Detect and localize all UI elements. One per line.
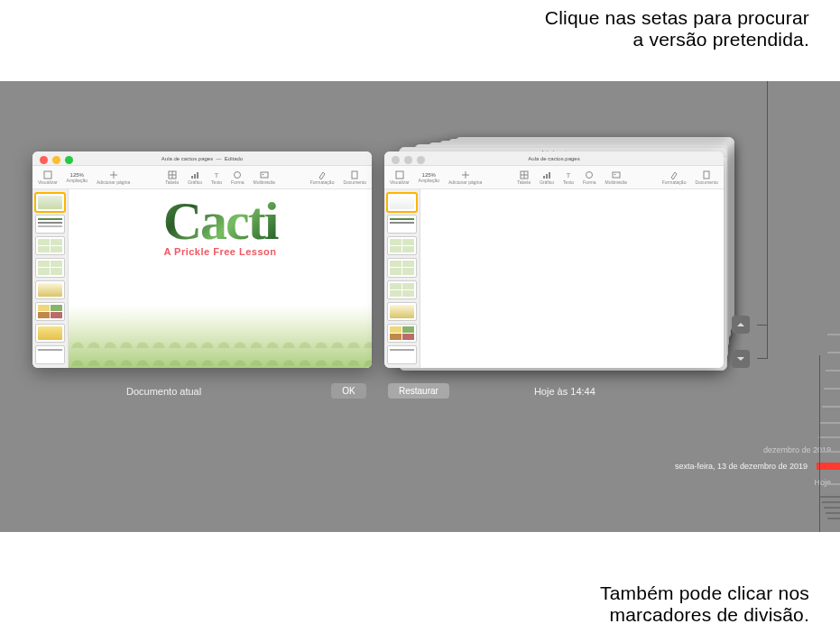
timeline-tick[interactable]	[827, 352, 840, 353]
toolbar-addpage[interactable]: Adicionar página	[97, 170, 130, 185]
toolbar-shape[interactable]: Forma	[583, 170, 595, 185]
page-thumb-7[interactable]	[35, 324, 65, 343]
toolbar-chart[interactable]: Gráfico	[540, 170, 554, 185]
timeline-tick[interactable]	[820, 496, 840, 498]
toolbar-zoom-label: Ampliação	[67, 178, 88, 183]
toolbar-view[interactable]: Visualizar	[38, 170, 58, 185]
version-doc-footer: Restaurar Hoje às 14:44	[388, 383, 595, 399]
restore-button[interactable]: Restaurar	[388, 383, 449, 399]
timeline-tick[interactable]	[826, 370, 840, 372]
timeline-tick[interactable]	[818, 436, 840, 438]
chevron-up-icon	[736, 320, 745, 329]
toolbar-view-label: Visualizar	[38, 179, 58, 185]
svg-point-6	[235, 171, 241, 178]
timeline-tick[interactable]	[824, 483, 840, 485]
page-thumb-6[interactable]	[387, 302, 417, 321]
close-icon	[392, 156, 400, 164]
toolbar-media[interactable]: Multimédia	[605, 170, 627, 185]
toolbar-document[interactable]: Documento	[695, 170, 718, 185]
svg-rect-3	[194, 174, 196, 179]
timeline-tick[interactable]	[826, 512, 840, 514]
zoom-icon[interactable]	[65, 156, 73, 164]
toolbar-zoom[interactable]: 125%Ampliação	[67, 172, 88, 183]
page-thumb-5[interactable]	[35, 280, 65, 299]
page-thumb-3[interactable]	[35, 236, 65, 255]
toolbar-addpage[interactable]: Adicionar página	[448, 170, 482, 185]
doc-edited: Editado	[225, 156, 243, 161]
heading-word: Cacti	[87, 198, 354, 244]
toolbar-text[interactable]: TTexto	[563, 170, 574, 185]
toolbar-shape-label: Forma	[231, 179, 244, 185]
timeline-tick[interactable]	[824, 507, 840, 509]
version-document-window: Aula de cactos.pages Visualizar 125%Ampl…	[384, 151, 724, 368]
page-thumbnails-left[interactable]	[32, 189, 69, 368]
toolbar-table-label: Tabela	[517, 179, 531, 185]
svg-rect-4	[197, 172, 198, 179]
timeline-month-label: dezembro de 2019	[763, 445, 831, 454]
toolbar-media[interactable]: Multimédia	[254, 170, 275, 185]
doc-body-left: Cacti A Prickle Free Lesson	[32, 189, 372, 368]
subtitle-text: A Prickle Free Lesson	[87, 246, 354, 257]
toolbar-chart[interactable]: Gráfico	[188, 170, 202, 185]
svg-text:T: T	[215, 171, 219, 179]
toolbar-shape-label: Forma	[583, 179, 595, 185]
version-timeline[interactable]: dezembro de 2019 sexta-feira, 13 de deze…	[786, 225, 840, 532]
current-doc-label: Documento atual	[126, 386, 201, 397]
toolbar-left: Visualizar 125%Ampliação Adicionar págin…	[32, 166, 372, 189]
toolbar-document[interactable]: Documento	[343, 170, 366, 185]
toolbar-format[interactable]: Formatação	[310, 170, 335, 185]
toolbar-table-label: Tabela	[165, 179, 179, 185]
page-thumb-8[interactable]	[35, 345, 65, 364]
toolbar-media-label: Multimédia	[254, 179, 275, 185]
close-icon[interactable]	[40, 156, 48, 164]
callout-bottom: Também pode clicar nos marcadores de div…	[600, 583, 809, 626]
page-thumb-7[interactable]	[387, 324, 417, 343]
svg-point-8	[262, 173, 263, 175]
toolbar-shape[interactable]: Forma	[231, 170, 244, 185]
page-thumb-3[interactable]	[387, 236, 417, 255]
page-thumb-4[interactable]	[387, 258, 417, 277]
svg-rect-17	[613, 172, 620, 178]
chevron-down-icon	[736, 354, 745, 363]
toolbar-table[interactable]: Tabela	[517, 170, 531, 185]
timeline-tick[interactable]	[827, 334, 840, 335]
callout-top: Clique nas setas para procurar a versão …	[545, 7, 809, 50]
page-thumb-2[interactable]	[387, 215, 417, 234]
window-traffic-lights[interactable]	[40, 156, 73, 164]
toolbar-media-label: Multimédia	[605, 179, 627, 185]
svg-rect-12	[543, 176, 545, 179]
toolbar-right: Visualizar 125%Ampliação Adicionar págin…	[384, 166, 724, 189]
toolbar-zoom[interactable]: 125%Ampliação	[419, 172, 439, 183]
timeline-tick[interactable]	[822, 501, 840, 503]
page-thumb-4[interactable]	[35, 258, 65, 277]
minimize-icon[interactable]	[52, 156, 60, 164]
page-thumb-1[interactable]	[387, 193, 417, 212]
toolbar-format[interactable]: Formatação	[662, 170, 687, 185]
page-canvas-left: Cacti A Prickle Free Lesson	[69, 189, 372, 368]
timeline-tick[interactable]	[820, 422, 840, 424]
timeline-tick[interactable]	[824, 388, 840, 390]
done-button[interactable]: OK	[331, 383, 365, 399]
toolbar-table[interactable]: Tabela	[165, 170, 179, 185]
page-thumb-2[interactable]	[35, 215, 65, 234]
page-thumb-1[interactable]	[35, 193, 65, 212]
timeline-tick[interactable]	[820, 451, 840, 453]
window-title-right: Aula de cactos.pages	[384, 151, 724, 166]
toolbar-text[interactable]: TTexto	[211, 170, 222, 185]
version-nav-down[interactable]	[732, 350, 750, 368]
doc-title: Aula de cactos.pages	[162, 156, 213, 161]
time-machine-stage: Aula de cactos.pages Aula de cactos.page…	[0, 81, 840, 532]
timeline-selected-label: sexta-feira, 13 de dezembro de 2019	[675, 462, 808, 471]
page-thumb-6[interactable]	[35, 302, 65, 321]
page-thumbnails-right[interactable]	[384, 189, 420, 368]
timeline-tick[interactable]	[827, 518, 840, 519]
toolbar-zoom-label: Ampliação	[419, 178, 439, 183]
toolbar-chart-label: Gráfico	[540, 179, 554, 185]
callout-leader-top	[767, 81, 768, 332]
page-thumb-5[interactable]	[387, 280, 417, 299]
svg-text:T: T	[567, 171, 571, 179]
timeline-tick[interactable]	[822, 406, 840, 408]
page-thumb-8[interactable]	[387, 345, 417, 364]
toolbar-view[interactable]: Visualizar	[390, 170, 410, 185]
version-nav-up[interactable]	[732, 316, 750, 334]
